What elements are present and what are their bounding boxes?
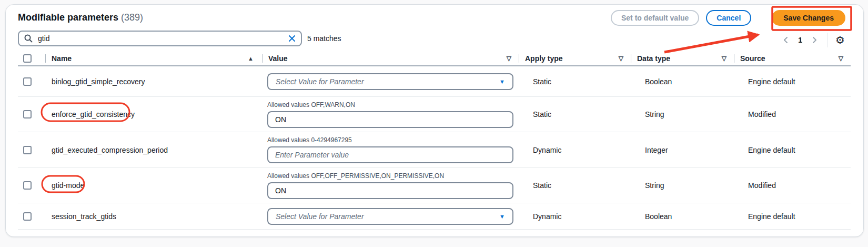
page-title: Modifiable parameters (389) bbox=[18, 12, 143, 23]
pagination: 1 ⚙ bbox=[780, 32, 845, 48]
column-label: Source bbox=[740, 54, 765, 63]
apply-type-cell: Static bbox=[519, 110, 631, 118]
table-header-row: Name ▲ Value ▽ Apply type ▽ Data type ▽ … bbox=[18, 52, 851, 66]
apply-type-cell: Dynamic bbox=[519, 146, 631, 154]
parameter-name: gtid_executed_compression_period bbox=[45, 146, 262, 154]
pager-divider bbox=[827, 33, 828, 47]
data-type-cell: String bbox=[631, 181, 734, 190]
table-row: gtid_executed_compression_period Allowed… bbox=[18, 132, 851, 168]
settings-gear-icon[interactable]: ⚙ bbox=[835, 35, 845, 45]
apply-type-cell: Static bbox=[519, 77, 631, 86]
allowed-values-label: Allowed values OFF,WARN,ON bbox=[267, 101, 519, 108]
set-to-default-button[interactable]: Set to default value bbox=[611, 10, 699, 26]
data-type-cell: String bbox=[631, 110, 734, 118]
data-type-cell: Integer bbox=[631, 146, 734, 154]
apply-type-cell: Static bbox=[519, 181, 631, 190]
page-number[interactable]: 1 bbox=[792, 36, 809, 44]
source-cell: Engine default bbox=[734, 146, 851, 154]
column-label: Name bbox=[52, 54, 72, 63]
parameter-name: enforce_gtid_consistency bbox=[45, 110, 262, 118]
data-type-cell: Boolean bbox=[631, 212, 734, 221]
allowed-values-label: Allowed values OFF,OFF_PERMISSIVE,ON_PER… bbox=[267, 172, 519, 180]
select-placeholder: Select Value for Parameter bbox=[276, 212, 364, 221]
value-input[interactable] bbox=[267, 111, 513, 128]
data-type-cell: Boolean bbox=[631, 77, 734, 86]
value-select[interactable]: Select Value for Parameter ▼ bbox=[267, 73, 513, 90]
filter-icon[interactable]: ▽ bbox=[619, 55, 623, 62]
select-placeholder: Select Value for Parameter bbox=[276, 77, 364, 86]
table-row: binlog_gtid_simple_recovery Select Value… bbox=[18, 66, 851, 97]
column-header-apply-type[interactable]: Apply type ▽ bbox=[519, 52, 631, 65]
table-row: enforce_gtid_consistency Allowed values … bbox=[18, 97, 851, 132]
chevron-down-icon: ▼ bbox=[499, 213, 505, 220]
search-icon bbox=[24, 34, 33, 43]
sort-ascending-icon[interactable]: ▲ bbox=[248, 55, 254, 62]
save-changes-button[interactable]: Save Changes bbox=[772, 10, 845, 26]
value-input[interactable] bbox=[267, 182, 513, 199]
search-input-container bbox=[18, 31, 302, 46]
table-row: session_track_gtids Select Value for Par… bbox=[18, 203, 851, 230]
chevron-down-icon: ▼ bbox=[499, 78, 505, 85]
next-page-icon[interactable] bbox=[809, 34, 820, 46]
row-checkbox[interactable] bbox=[23, 110, 32, 118]
previous-page-icon[interactable] bbox=[780, 34, 792, 46]
column-label: Value bbox=[268, 54, 288, 63]
action-buttons: Set to default value Cancel Save Changes bbox=[611, 10, 845, 26]
modifiable-parameters-panel: Modifiable parameters (389) Set to defau… bbox=[5, 4, 864, 237]
column-label: Data type bbox=[637, 54, 670, 63]
table-row: gtid-mode Allowed values OFF,OFF_PERMISS… bbox=[18, 168, 851, 203]
row-checkbox[interactable] bbox=[23, 77, 32, 86]
source-cell: Modified bbox=[734, 110, 851, 118]
parameter-name: gtid-mode bbox=[45, 181, 262, 190]
apply-type-cell: Dynamic bbox=[519, 212, 631, 221]
search-input[interactable] bbox=[37, 34, 288, 43]
clear-search-icon[interactable] bbox=[288, 35, 296, 42]
row-checkbox[interactable] bbox=[23, 181, 32, 190]
parameter-count: (389) bbox=[121, 12, 143, 23]
row-checkbox[interactable] bbox=[23, 212, 32, 221]
source-cell: Modified bbox=[734, 181, 851, 190]
column-header-source[interactable]: Source ▽ bbox=[734, 52, 851, 65]
source-cell: Engine default bbox=[734, 77, 851, 86]
allowed-values-label: Allowed values 0-4294967295 bbox=[267, 136, 519, 144]
page-title-text: Modifiable parameters bbox=[18, 12, 118, 23]
parameter-name: session_track_gtids bbox=[45, 212, 262, 221]
column-label: Apply type bbox=[525, 54, 563, 63]
column-header-data-type[interactable]: Data type ▽ bbox=[631, 52, 734, 65]
filter-icon[interactable]: ▽ bbox=[839, 55, 843, 62]
parameters-table: Name ▲ Value ▽ Apply type ▽ Data type ▽ … bbox=[6, 52, 863, 230]
parameter-name: binlog_gtid_simple_recovery bbox=[45, 77, 262, 86]
value-input[interactable] bbox=[267, 146, 513, 163]
select-all-checkbox[interactable] bbox=[23, 54, 32, 63]
value-select[interactable]: Select Value for Parameter ▼ bbox=[267, 208, 513, 225]
match-count: 5 matches bbox=[307, 34, 341, 43]
filter-icon[interactable]: ▽ bbox=[507, 55, 511, 62]
column-header-name[interactable]: Name ▲ bbox=[45, 52, 262, 65]
source-cell: Engine default bbox=[734, 212, 851, 221]
cancel-button[interactable]: Cancel bbox=[706, 10, 751, 26]
row-checkbox[interactable] bbox=[23, 146, 32, 154]
column-header-value[interactable]: Value ▽ bbox=[262, 52, 519, 65]
filter-icon[interactable]: ▽ bbox=[722, 55, 726, 62]
